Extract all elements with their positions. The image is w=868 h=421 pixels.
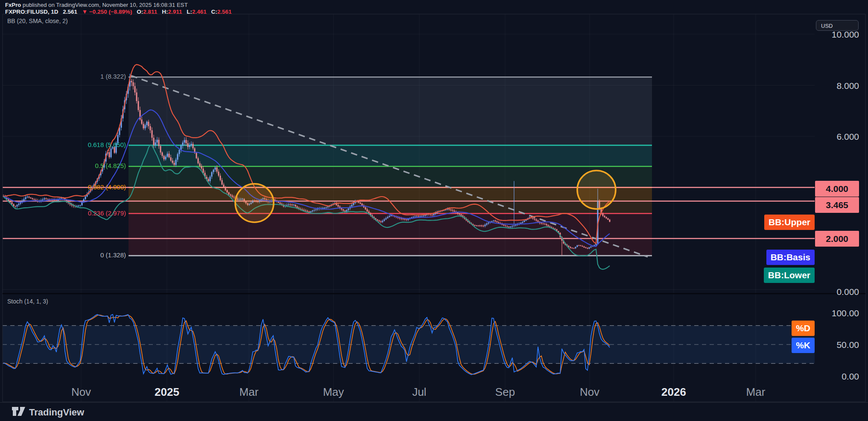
tradingview-logo-icon[interactable] xyxy=(12,406,26,418)
stoch-d-badge: %D xyxy=(792,321,815,336)
time-axis-label: 2026 xyxy=(661,386,686,399)
price-axis-label: 0.000 xyxy=(836,287,859,297)
time-axis-label: Mar xyxy=(746,386,766,399)
attribution-bar xyxy=(0,402,868,421)
stoch-axis-label: 50.00 xyxy=(836,340,859,350)
price-axis-label: 10.000 xyxy=(832,29,859,40)
publish-author: FxPro xyxy=(5,2,21,8)
time-axis-label: Nov xyxy=(71,386,91,399)
bb-lower-badge: BB:Lower xyxy=(764,268,815,283)
last-price: 2.561 xyxy=(63,9,77,15)
close-value: 2.561 xyxy=(217,9,232,15)
low-value: 2.461 xyxy=(192,9,207,15)
fib-label: 0.618 (5.650) xyxy=(88,141,126,148)
stoch-indicator-title: Stoch (14, 1, 3) xyxy=(7,298,48,305)
time-axis-label: Jul xyxy=(412,386,426,399)
high-value: 2.911 xyxy=(168,9,182,15)
symbol-line: FXPRO:FILUSD, 1D 2.561 ▼ −0.250 (−8.89%)… xyxy=(5,9,232,15)
chart-root: FxPro published on TradingView.com, Nove… xyxy=(0,0,868,421)
time-axis-label: Mar xyxy=(240,386,259,399)
direction-arrow-icon: ▼ xyxy=(82,9,88,15)
tradingview-brand[interactable]: TradingView xyxy=(29,407,84,418)
high-label: H: xyxy=(162,9,168,15)
publish-rest: published on TradingView.com, November 1… xyxy=(21,2,187,8)
time-axis-label: 2025 xyxy=(155,386,179,399)
price-level-badge-4000: 4.000 xyxy=(815,181,859,197)
price-axis-label: 8.000 xyxy=(836,81,859,91)
price-axis-label: 6.000 xyxy=(836,132,859,142)
bb-upper-badge: BB:Upper xyxy=(764,215,815,230)
price-level-badge-2000: 2.000 xyxy=(815,231,859,247)
chart-canvas[interactable] xyxy=(0,0,868,421)
time-axis-label: Sep xyxy=(495,386,515,399)
fib-label: 0.382 (4.000) xyxy=(88,183,126,191)
stoch-layer xyxy=(3,315,815,375)
highlight-circle[interactable] xyxy=(235,184,274,222)
stoch-axis-label: 0.00 xyxy=(842,371,859,382)
open-label: O: xyxy=(137,9,143,15)
open-value: 2.811 xyxy=(143,9,157,15)
bb-basis-badge: BB:Basis xyxy=(766,250,815,265)
fib-label: 1 (8.322) xyxy=(100,73,126,80)
stoch-k-badge: %K xyxy=(792,338,815,353)
close-label: C: xyxy=(211,9,217,15)
fib-label: 0.236 (2.979) xyxy=(88,209,126,217)
highlight-circle[interactable] xyxy=(577,171,616,209)
time-axis-label: Nov xyxy=(580,386,599,399)
symbol-name: FXPRO:FILUSD, 1D xyxy=(5,9,58,15)
price-change: −0.250 (−8.89%) xyxy=(89,9,132,15)
fib-label: 0.5 (4.825) xyxy=(95,162,126,169)
publish-line: FxPro published on TradingView.com, Nove… xyxy=(5,2,188,8)
fib-label: 0 (1.328) xyxy=(100,251,126,259)
time-axis-label: May xyxy=(323,386,344,399)
bb-indicator-title: BB (20, SMA, close, 2) xyxy=(7,18,68,24)
price-level-badge-3465: 3.465 xyxy=(815,197,859,213)
low-label: L: xyxy=(187,9,192,15)
stoch-axis-label: 100.00 xyxy=(832,308,859,318)
